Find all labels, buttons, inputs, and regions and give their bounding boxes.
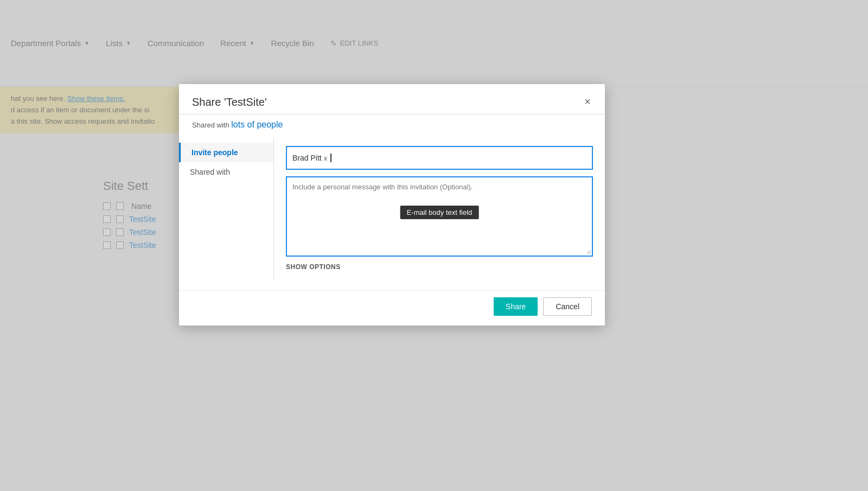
close-button[interactable]: × — [583, 96, 592, 107]
share-button[interactable]: Share — [494, 297, 538, 316]
people-tag-brad-pitt: Brad Pitt x — [292, 154, 327, 162]
dialog-subheader: Shared with lots of people — [179, 114, 605, 137]
text-cursor — [330, 154, 331, 162]
dialog-body: Invite people Shared with Brad Pitt x E-… — [179, 137, 605, 290]
sidebar-item-invite-people[interactable]: Invite people — [179, 143, 273, 162]
dialog-content: Brad Pitt x E-mail body text field ⊿ SHO… — [274, 137, 605, 279]
people-picker[interactable]: Brad Pitt x — [286, 146, 593, 170]
dialog-footer: Share Cancel — [179, 290, 605, 326]
shared-with-link[interactable]: lots of people — [231, 120, 283, 129]
message-area-wrapper: E-mail body text field ⊿ — [286, 176, 593, 257]
share-dialog: Share 'TestSite' × Shared with lots of p… — [179, 84, 605, 326]
show-options-button[interactable]: SHOW OPTIONS — [286, 263, 593, 271]
resize-handle[interactable]: ⊿ — [586, 248, 591, 254]
sidebar-item-shared-with[interactable]: Shared with — [179, 162, 273, 182]
tooltip: E-mail body text field — [400, 206, 479, 219]
sidebar-label-invite-people: Invite people — [192, 148, 238, 157]
dialog-header: Share 'TestSite' × — [179, 84, 605, 114]
sidebar-label-shared-with: Shared with — [190, 168, 230, 176]
cancel-button[interactable]: Cancel — [543, 297, 592, 316]
person-name: Brad Pitt — [292, 154, 322, 162]
shared-with-prefix: Shared with — [192, 121, 231, 129]
remove-person-button[interactable]: x — [324, 155, 328, 162]
dialog-sidebar: Invite people Shared with — [179, 137, 274, 279]
dialog-title: Share 'TestSite' — [192, 96, 267, 109]
